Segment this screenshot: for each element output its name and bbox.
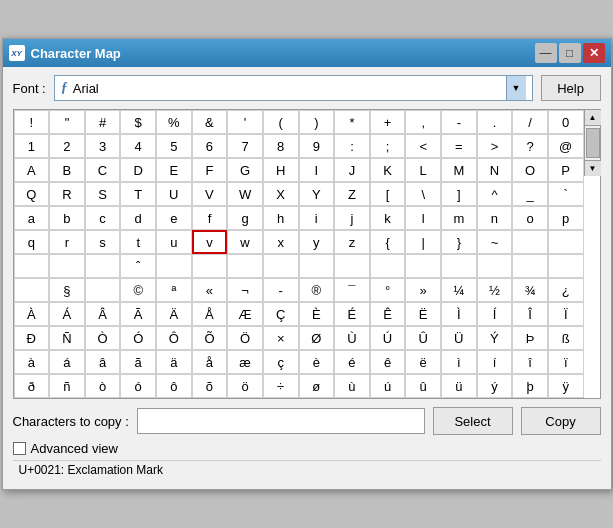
char-cell[interactable]: V	[192, 182, 228, 206]
char-cell[interactable]: -	[263, 278, 299, 302]
char-cell[interactable]: 1	[14, 134, 50, 158]
char-cell[interactable]: Ê	[370, 302, 406, 326]
char-cell[interactable]: a	[14, 206, 50, 230]
char-cell[interactable]: À	[14, 302, 50, 326]
char-cell[interactable]: Ï	[548, 302, 584, 326]
char-cell[interactable]: l	[405, 206, 441, 230]
char-cell[interactable]: É	[334, 302, 370, 326]
char-cell[interactable]: g	[227, 206, 263, 230]
char-cell[interactable]: à	[14, 350, 50, 374]
char-cell[interactable]: ð	[14, 374, 50, 398]
char-cell[interactable]: ý	[477, 374, 513, 398]
char-cell[interactable]: 6	[192, 134, 228, 158]
char-cell[interactable]: *	[334, 110, 370, 134]
char-cell[interactable]: R	[49, 182, 85, 206]
char-cell[interactable]: Û	[405, 326, 441, 350]
char-cell[interactable]: ,	[405, 110, 441, 134]
char-cell[interactable]	[14, 278, 50, 302]
char-cell[interactable]	[49, 254, 85, 278]
char-cell[interactable]: ¬	[227, 278, 263, 302]
char-cell[interactable]	[512, 230, 548, 254]
char-cell[interactable]: r	[49, 230, 85, 254]
char-cell[interactable]: Ý	[477, 326, 513, 350]
char-cell[interactable]: Ñ	[49, 326, 85, 350]
char-cell[interactable]: G	[227, 158, 263, 182]
char-cell[interactable]: Ó	[120, 326, 156, 350]
char-cell[interactable]: Ô	[156, 326, 192, 350]
char-cell[interactable]: p	[548, 206, 584, 230]
char-cell[interactable]: ä	[156, 350, 192, 374]
char-cell[interactable]: :	[334, 134, 370, 158]
char-cell[interactable]: k	[370, 206, 406, 230]
char-cell[interactable]: W	[227, 182, 263, 206]
char-cell[interactable]: ¼	[441, 278, 477, 302]
char-cell[interactable]: Â	[85, 302, 121, 326]
char-cell[interactable]	[263, 254, 299, 278]
advanced-view-label[interactable]: Advanced view	[31, 441, 118, 456]
char-cell[interactable]: T	[120, 182, 156, 206]
char-cell[interactable]: =	[441, 134, 477, 158]
char-cell[interactable]: z	[334, 230, 370, 254]
char-cell[interactable]	[14, 254, 50, 278]
char-cell[interactable]: M	[441, 158, 477, 182]
char-cell[interactable]: Á	[49, 302, 85, 326]
char-cell[interactable]: Y	[299, 182, 335, 206]
char-cell[interactable]: ^	[477, 182, 513, 206]
char-cell[interactable]: á	[49, 350, 85, 374]
help-button[interactable]: Help	[541, 75, 601, 101]
char-cell[interactable]: æ	[227, 350, 263, 374]
char-cell[interactable]: &	[192, 110, 228, 134]
char-cell[interactable]: "	[49, 110, 85, 134]
font-dropdown-arrow[interactable]: ▼	[506, 76, 526, 100]
char-cell[interactable]: ò	[85, 374, 121, 398]
char-cell[interactable]: Ö	[227, 326, 263, 350]
char-cell[interactable]: \	[405, 182, 441, 206]
char-cell[interactable]: 5	[156, 134, 192, 158]
char-cell[interactable]: -	[441, 110, 477, 134]
char-cell[interactable]: ¯	[334, 278, 370, 302]
char-cell[interactable]: ~	[477, 230, 513, 254]
char-cell[interactable]: m	[441, 206, 477, 230]
char-cell[interactable]: Ð	[14, 326, 50, 350]
char-cell[interactable]: ô	[156, 374, 192, 398]
char-cell[interactable]: Î	[512, 302, 548, 326]
char-cell[interactable]: A	[14, 158, 50, 182]
char-cell[interactable]: ¾	[512, 278, 548, 302]
scroll-down-button[interactable]: ▼	[585, 160, 601, 176]
char-cell[interactable]	[192, 254, 228, 278]
char-cell[interactable]: ª	[156, 278, 192, 302]
char-cell[interactable]: >	[477, 134, 513, 158]
char-cell[interactable]: D	[120, 158, 156, 182]
close-button[interactable]: ✕	[583, 43, 605, 63]
char-cell[interactable]	[548, 254, 584, 278]
char-cell[interactable]: d	[120, 206, 156, 230]
char-cell[interactable]: C	[85, 158, 121, 182]
char-cell[interactable]: È	[299, 302, 335, 326]
char-cell[interactable]: ö	[227, 374, 263, 398]
select-button[interactable]: Select	[433, 407, 513, 435]
char-cell[interactable]: )	[299, 110, 335, 134]
char-cell[interactable]: ×	[263, 326, 299, 350]
char-cell[interactable]: x	[263, 230, 299, 254]
char-cell[interactable]: ¿	[548, 278, 584, 302]
char-cell[interactable]: E	[156, 158, 192, 182]
char-cell[interactable]: S	[85, 182, 121, 206]
char-cell[interactable]: !	[14, 110, 50, 134]
char-cell[interactable]	[299, 254, 335, 278]
char-cell[interactable]: 3	[85, 134, 121, 158]
char-cell[interactable]: Ì	[441, 302, 477, 326]
char-cell[interactable]: ù	[334, 374, 370, 398]
char-cell[interactable]: (	[263, 110, 299, 134]
char-cell[interactable]: U	[156, 182, 192, 206]
char-cell[interactable]: +	[370, 110, 406, 134]
char-cell[interactable]: Ä	[156, 302, 192, 326]
char-cell[interactable]: Ü	[441, 326, 477, 350]
char-cell[interactable]: «	[192, 278, 228, 302]
char-cell[interactable]: ½	[477, 278, 513, 302]
char-cell[interactable]: K	[370, 158, 406, 182]
char-cell[interactable]: w	[227, 230, 263, 254]
char-cell[interactable]: Z	[334, 182, 370, 206]
char-cell[interactable]: _	[512, 182, 548, 206]
char-cell[interactable]: P	[548, 158, 584, 182]
char-cell[interactable]: {	[370, 230, 406, 254]
